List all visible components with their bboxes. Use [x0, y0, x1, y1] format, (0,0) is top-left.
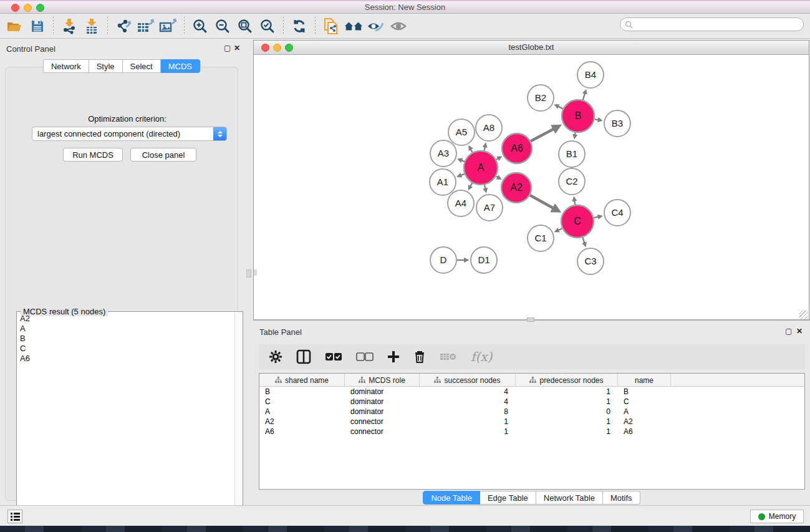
criterion-dropdown[interactable]: largest connected component (directed): [32, 127, 227, 141]
edge-A-A1[interactable]: [461, 174, 465, 175]
close-panel-icon[interactable]: ✕: [234, 44, 240, 52]
edge-A-A7[interactable]: [485, 185, 485, 188]
result-item[interactable]: B: [17, 334, 234, 344]
select-all-icon[interactable]: [325, 352, 342, 361]
zoom-selected-icon[interactable]: [258, 16, 277, 36]
float-panel-icon[interactable]: ▢: [224, 44, 231, 52]
edge-A2-C[interactable]: [530, 195, 553, 208]
search-input[interactable]: [633, 20, 803, 29]
cell-successor-nodes[interactable]: 1: [420, 417, 516, 427]
close-table-panel-icon[interactable]: ✕: [796, 327, 803, 335]
zoom-window-icon[interactable]: [36, 4, 44, 12]
tab-style[interactable]: Style: [89, 59, 123, 73]
cell-predecessor-nodes[interactable]: 0: [516, 407, 618, 417]
edge-A-A3[interactable]: [461, 160, 465, 162]
import-table-icon[interactable]: [82, 16, 102, 36]
refresh-icon[interactable]: [289, 16, 309, 36]
edge-B-B4[interactable]: [583, 94, 585, 100]
edge-B-B3[interactable]: [595, 119, 599, 120]
table-row[interactable]: Cdominator41C: [259, 397, 804, 407]
column-header-name[interactable]: name: [618, 374, 671, 387]
export-network-icon[interactable]: [113, 16, 133, 36]
result-item[interactable]: A2: [17, 314, 234, 324]
export-image-icon[interactable]: [158, 16, 178, 36]
home-views-icon[interactable]: [344, 16, 364, 36]
tab-node-table[interactable]: Node Table: [423, 491, 480, 505]
zoom-out-icon[interactable]: [213, 16, 233, 36]
cell-MCDS-role[interactable]: dominator: [345, 407, 420, 417]
network-canvas[interactable]: B4B2BB3A8A5A6A3B1AC2A1A2A4A7C4CC1DD1C3: [254, 55, 809, 320]
table-options-gear-icon[interactable]: [269, 350, 282, 364]
zoom-in-icon[interactable]: [190, 16, 210, 36]
edge-A-A6[interactable]: [496, 158, 498, 160]
add-column-icon[interactable]: [387, 351, 400, 363]
edge-A-A2[interactable]: [496, 177, 498, 178]
edge-B-B1[interactable]: [575, 133, 576, 135]
cell-predecessor-nodes[interactable]: 1: [516, 427, 618, 437]
vertical-splitter-handle[interactable]: [246, 269, 251, 278]
close-network-icon[interactable]: [261, 44, 269, 52]
cell-successor-nodes[interactable]: 4: [420, 387, 516, 397]
tab-edge-table[interactable]: Edge Table: [480, 491, 536, 505]
cell-name[interactable]: C: [618, 397, 671, 407]
result-item[interactable]: A6: [17, 354, 234, 364]
edge-B-B2[interactable]: [558, 107, 563, 109]
deselect-all-icon[interactable]: [356, 352, 374, 361]
float-table-panel-icon[interactable]: ▢: [785, 327, 792, 335]
task-history-button[interactable]: [7, 510, 22, 523]
table-row[interactable]: A2connector11A2: [259, 417, 804, 427]
window-resize-grip[interactable]: [799, 311, 808, 319]
cell-MCDS-role[interactable]: dominator: [345, 387, 420, 397]
network-window-titlebar[interactable]: testGlobe.txt: [254, 41, 809, 55]
cell-successor-nodes[interactable]: 4: [420, 397, 516, 407]
import-network-icon[interactable]: [59, 16, 79, 36]
cell-predecessor-nodes[interactable]: 1: [516, 417, 618, 427]
column-header-MCDS-role[interactable]: MCDS role: [345, 374, 420, 387]
close-window-icon[interactable]: [11, 4, 19, 12]
memory-button[interactable]: Memory: [750, 510, 804, 523]
edge-A-A8[interactable]: [485, 147, 485, 151]
column-header-shared-name[interactable]: shared name: [259, 374, 345, 387]
tab-network[interactable]: Network: [43, 59, 89, 73]
tab-select[interactable]: Select: [123, 59, 161, 73]
cell-successor-nodes[interactable]: 1: [420, 427, 516, 437]
edge-C-C2[interactable]: [574, 201, 575, 205]
cell-name[interactable]: A2: [618, 417, 671, 427]
cell-shared-name[interactable]: A: [259, 407, 345, 417]
clone-network-icon[interactable]: [321, 16, 341, 36]
open-session-icon[interactable]: [5, 16, 25, 36]
edge-A-A5[interactable]: [471, 149, 473, 152]
edge-C-C3[interactable]: [582, 238, 584, 243]
horizontal-splitter-handle[interactable]: [527, 317, 534, 322]
cell-name[interactable]: A: [618, 407, 671, 417]
cell-MCDS-role[interactable]: dominator: [345, 397, 420, 407]
cell-MCDS-role[interactable]: connector: [345, 427, 420, 437]
maximize-network-icon[interactable]: [285, 44, 293, 52]
table-row[interactable]: Adominator80A: [259, 407, 804, 417]
result-scrollbar[interactable]: [234, 312, 243, 521]
run-mcds-button[interactable]: Run MCDS: [63, 148, 123, 162]
show-all-icon[interactable]: [388, 16, 408, 36]
search-field[interactable]: [620, 17, 804, 31]
cell-successor-nodes[interactable]: 8: [420, 407, 516, 417]
result-item[interactable]: A: [17, 324, 234, 334]
edge-A6-B[interactable]: [531, 129, 554, 142]
cell-shared-name[interactable]: B: [259, 387, 345, 397]
save-session-icon[interactable]: [27, 16, 47, 36]
close-panel-button[interactable]: Close panel: [130, 148, 196, 162]
edge-C-C1[interactable]: [558, 228, 562, 230]
column-header-predecessor-nodes[interactable]: predecessor nodes: [516, 374, 618, 387]
hide-selected-icon[interactable]: [366, 16, 386, 36]
result-item[interactable]: C: [17, 344, 234, 354]
cell-shared-name[interactable]: A2: [259, 417, 345, 427]
tab-network-table[interactable]: Network Table: [536, 491, 603, 505]
show-column-icon[interactable]: [296, 349, 311, 364]
tab-mcds[interactable]: MCDS: [161, 59, 200, 73]
table-row[interactable]: A6connector11A6: [259, 427, 804, 437]
mcds-result-list[interactable]: A2ABCA6: [17, 314, 234, 521]
cell-predecessor-nodes[interactable]: 1: [516, 387, 618, 397]
cell-predecessor-nodes[interactable]: 1: [516, 397, 618, 407]
cell-name[interactable]: B: [618, 387, 671, 397]
cell-name[interactable]: A6: [618, 427, 671, 437]
zoom-fit-icon[interactable]: [235, 16, 255, 36]
